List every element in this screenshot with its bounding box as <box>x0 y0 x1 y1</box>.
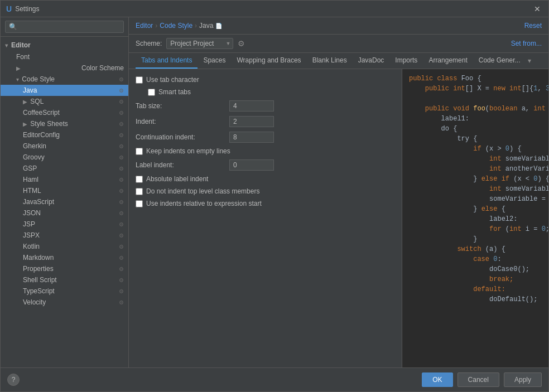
smart-tabs-label[interactable]: Smart tabs <box>148 88 191 96</box>
code-line: default: <box>409 284 542 294</box>
code-line: public int[] X = new int[]{1, 3, 5, 7, 9… <box>409 84 542 94</box>
tab-size-label: Tab size: <box>136 102 225 110</box>
sidebar-item-font[interactable]: Font <box>1 51 128 62</box>
cancel-button[interactable]: Cancel <box>458 372 499 387</box>
breadcrumb-editor[interactable]: Editor <box>136 22 153 30</box>
sidebar-item-style-sheets[interactable]: ▶ Style Sheets ⚙ <box>1 118 128 129</box>
scheme-gear-button[interactable]: ⚙ <box>238 39 245 48</box>
settings-dialog: U Settings ✕ ▾ Editor Font <box>0 0 549 392</box>
scheme-select[interactable]: Project Project <box>166 38 233 49</box>
code-line: if (x > 0) { <box>409 144 542 154</box>
code-line: doCase0(); <box>409 264 542 274</box>
velocity-gear-icon: ⚙ <box>119 299 124 306</box>
sidebar-item-editorconfig[interactable]: EditorConfig ⚙ <box>1 129 128 141</box>
json-gear-icon: ⚙ <box>119 210 124 216</box>
color-scheme-expand: ▶ <box>16 65 21 71</box>
code-line: doDefault(); <box>409 294 542 304</box>
search-input[interactable] <box>5 21 124 33</box>
reset-button[interactable]: Reset <box>524 22 542 30</box>
code-line: public class Foo { <box>409 74 542 84</box>
sidebar: ▾ Editor Font ▶ Color Scheme ▾ Code Styl… <box>1 17 129 367</box>
sidebar-item-sql[interactable]: ▶ SQL ⚙ <box>1 96 128 107</box>
use-tab-character-label[interactable]: Use tab character <box>136 76 199 84</box>
use-indents-relative-label[interactable]: Use indents relative to expression start <box>136 200 262 207</box>
jspx-gear-icon: ⚙ <box>119 233 124 239</box>
sidebar-item-groovy[interactable]: Groovy ⚙ <box>1 152 128 163</box>
right-panel: Editor › Code Style › Java 📄 Reset Schem… <box>129 17 548 367</box>
sidebar-item-typescript[interactable]: TypeScript ⚙ <box>1 285 128 297</box>
breadcrumb: Editor › Code Style › Java 📄 <box>136 22 222 30</box>
code-line: int someVariable = a ? x : y; <box>409 154 542 164</box>
code-line: try { <box>409 134 542 144</box>
keep-indents-row: Keep indents on empty lines <box>136 147 395 155</box>
code-line: someVariable = x = x + y; <box>409 194 542 204</box>
tabs-more-button[interactable]: ▾ <box>526 54 533 68</box>
tab-tabs-and-indents[interactable]: Tabs and Indents <box>136 53 198 69</box>
tab-code-generation[interactable]: Code Gener... <box>473 53 526 69</box>
code-line: public void foo(boolean a, int x, int y,… <box>409 104 542 114</box>
scheme-select-wrapper: Project Project <box>166 38 233 49</box>
apply-button[interactable]: Apply <box>504 372 542 387</box>
sidebar-item-color-scheme[interactable]: ▶ Color Scheme <box>1 62 128 74</box>
tab-arrangement[interactable]: Arrangement <box>423 53 473 69</box>
sidebar-item-coffeescript[interactable]: CoffeeScript ⚙ <box>1 107 128 118</box>
sidebar-item-markdown[interactable]: Markdown ⚙ <box>1 252 128 263</box>
tab-imports[interactable]: Imports <box>389 53 423 69</box>
sidebar-item-java[interactable]: Java ⚙ <box>1 85 128 96</box>
indent-input[interactable] <box>229 116 274 127</box>
label-indent-input[interactable] <box>229 159 274 171</box>
sidebar-item-haml[interactable]: Haml ⚙ <box>1 174 128 185</box>
sidebar-item-velocity[interactable]: Velocity ⚙ <box>1 297 128 308</box>
sidebar-item-shell-script[interactable]: Shell Script ⚙ <box>1 274 128 285</box>
sidebar-item-html[interactable]: HTML ⚙ <box>1 185 128 196</box>
no-indent-top-level-label[interactable]: Do not indent top level class members <box>136 187 259 195</box>
indent-label: Indent: <box>136 118 225 125</box>
code-line: case 0: <box>409 254 542 264</box>
keep-indents-label[interactable]: Keep indents on empty lines <box>136 147 230 155</box>
typescript-gear-icon: ⚙ <box>119 288 124 294</box>
code-line: label1: <box>409 114 542 124</box>
sidebar-section-editor[interactable]: ▾ Editor <box>1 39 128 51</box>
sidebar-item-jsp[interactable]: JSP ⚙ <box>1 219 128 230</box>
sidebar-item-gsp[interactable]: GSP ⚙ <box>1 163 128 174</box>
sidebar-item-javascript[interactable]: JavaScript ⚙ <box>1 196 128 207</box>
javascript-gear-icon: ⚙ <box>119 199 124 205</box>
sidebar-item-gherkin[interactable]: Gherkin ⚙ <box>1 141 128 152</box>
sidebar-item-json[interactable]: JSON ⚙ <box>1 207 128 219</box>
code-line: for (int i = 0; i < 5; i++) doSomething(… <box>409 224 542 234</box>
label-indent-field: Label indent: <box>136 159 395 171</box>
scheme-left: Scheme: Project Project ⚙ <box>136 38 245 49</box>
continuation-indent-input[interactable] <box>229 132 274 143</box>
code-line: } else if (x < 0) { <box>409 174 542 184</box>
ok-button[interactable]: OK <box>422 372 452 387</box>
markdown-gear-icon: ⚙ <box>119 255 124 261</box>
tab-blank-lines[interactable]: Blank Lines <box>307 53 353 69</box>
absolute-label-indent-checkbox[interactable] <box>136 176 143 183</box>
indent-field: Indent: <box>136 116 395 127</box>
absolute-label-indent-label[interactable]: Absolute label indent <box>136 175 208 183</box>
sidebar-item-code-style[interactable]: ▾ Code Style ⚙ <box>1 74 128 85</box>
tab-size-input[interactable] <box>229 100 274 112</box>
breadcrumb-file-icon: 📄 <box>215 23 222 29</box>
title-bar-left: U Settings <box>6 4 39 13</box>
sidebar-item-jspx[interactable]: JSPX ⚙ <box>1 230 128 241</box>
tab-wrapping-and-braces[interactable]: Wrapping and Braces <box>231 53 306 69</box>
tab-javadoc[interactable]: JavaDoc <box>353 53 390 69</box>
sidebar-item-properties[interactable]: Properties ⚙ <box>1 263 128 274</box>
close-button[interactable]: ✕ <box>532 3 543 14</box>
use-indents-relative-checkbox[interactable] <box>136 200 143 207</box>
keep-indents-checkbox[interactable] <box>136 148 143 155</box>
help-button[interactable]: ? <box>7 374 20 386</box>
use-indents-relative-row: Use indents relative to expression start <box>136 200 395 207</box>
set-from-link[interactable]: Set from... <box>511 40 542 47</box>
breadcrumb-code-style[interactable]: Code Style <box>160 22 192 30</box>
tab-spaces[interactable]: Spaces <box>198 53 231 69</box>
sidebar-item-kotlin[interactable]: Kotlin ⚙ <box>1 241 128 252</box>
no-indent-top-level-checkbox[interactable] <box>136 188 143 195</box>
use-tab-character-checkbox[interactable] <box>136 76 143 84</box>
code-line: int someVariable = (y + z); <box>409 184 542 194</box>
code-line: } <box>409 234 542 244</box>
smart-tabs-checkbox[interactable] <box>148 89 155 96</box>
breadcrumb-bar: Editor › Code Style › Java 📄 Reset <box>129 17 548 35</box>
code-style-expand: ▾ <box>16 76 19 83</box>
